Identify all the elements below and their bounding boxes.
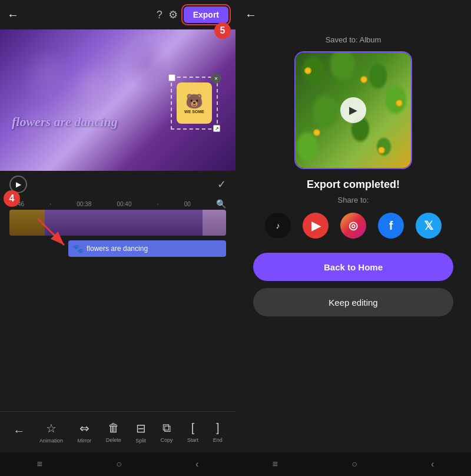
share-twitter-button[interactable]: 𝕏 xyxy=(416,213,442,239)
text-track[interactable]: 🐾 flowers are dancing xyxy=(68,240,226,257)
right-nav-home-icon[interactable]: ○ xyxy=(351,459,357,470)
time-marker-4: 00 xyxy=(184,201,191,207)
sticker-delete-handle[interactable]: × xyxy=(211,73,221,84)
header-right: ? ⚙ Export xyxy=(157,6,228,23)
tool-delete-label: Delete xyxy=(106,437,121,443)
tool-copy[interactable]: ⧉ Copy xyxy=(160,421,173,443)
tool-end-label: End xyxy=(213,437,223,443)
timeline-area: ▶ ✓ 01:46 · 00:38 00:40 · 00 🔍 xyxy=(0,171,236,411)
play-overlay[interactable]: ▶ xyxy=(340,97,366,123)
flower-dot-5 xyxy=(378,147,385,154)
export-completed-text: Export completed! xyxy=(307,178,400,191)
back-to-home-button[interactable]: Back to Home xyxy=(253,253,453,281)
text-track-area: 4 🐾 flowers are dancing xyxy=(9,240,226,257)
video-preview: flowers are dancing × 🐻 WE SOME ↗ xyxy=(0,29,236,171)
share-label: Share to: xyxy=(338,196,369,204)
tiktok-icon: ♪ xyxy=(276,221,280,230)
tool-back[interactable]: ← xyxy=(13,424,25,440)
tool-animation-label: Animation xyxy=(39,438,63,444)
tool-back-icon: ← xyxy=(13,424,25,438)
instagram-icon: ◎ xyxy=(349,219,358,232)
tool-start-icon: [ xyxy=(191,421,195,435)
share-youtube-button[interactable]: ▶ xyxy=(303,213,329,239)
back-button[interactable]: ← xyxy=(7,8,19,22)
tool-end-icon: ] xyxy=(216,421,220,435)
tool-delete[interactable]: 🗑 Delete xyxy=(106,421,121,443)
tool-copy-icon: ⧉ xyxy=(162,421,171,435)
right-header: ← xyxy=(236,0,471,29)
tool-mirror-label: Mirror xyxy=(78,438,92,444)
time-marker-dot2: · xyxy=(157,201,159,207)
share-instagram-button[interactable]: ◎ xyxy=(340,213,366,239)
red-arrow-svg xyxy=(32,216,79,251)
dancing-text-overlay: flowers are dancing xyxy=(12,114,118,130)
saved-label: Saved to: Album xyxy=(326,35,382,44)
export-button[interactable]: Export xyxy=(184,6,228,23)
sticker-handle-topleft[interactable] xyxy=(168,74,175,81)
sticker-label: WE SOME xyxy=(184,110,204,114)
tool-mirror[interactable]: ⇔ Mirror xyxy=(78,421,92,444)
tool-animation-icon: ☆ xyxy=(46,421,57,435)
ruler-marks: 01:46 · 00:38 00:40 · 00 🔍 xyxy=(9,199,226,209)
video-background: flowers are dancing × 🐻 WE SOME ↗ xyxy=(0,29,236,171)
sticker-emoji: 🐻 xyxy=(185,93,203,110)
tool-start-label: Start xyxy=(187,437,198,443)
share-tiktok-button[interactable]: ♪ xyxy=(265,213,291,239)
bottom-toolbar: ← ☆ Animation ⇔ Mirror 🗑 Delete ⊟ Split … xyxy=(0,411,236,452)
timeline-controls: ▶ ✓ xyxy=(0,171,236,198)
tool-split-label: Split xyxy=(135,438,146,444)
right-back-button[interactable]: ← xyxy=(245,8,257,22)
sticker-content: 🐻 WE SOME xyxy=(177,82,212,124)
left-header: ← ? ⚙ Export xyxy=(0,0,236,29)
flower-dot-3 xyxy=(396,100,403,107)
export-thumbnail[interactable]: ▶ xyxy=(294,51,412,169)
sticker-handle-bottomright[interactable]: ↗ xyxy=(213,125,220,132)
timeline-ruler: 01:46 · 00:38 00:40 · 00 🔍 xyxy=(0,198,236,210)
keep-editing-button[interactable]: Keep editing xyxy=(253,288,453,316)
time-marker-dot1: · xyxy=(49,201,51,207)
step-4-badge: 4 xyxy=(4,190,20,207)
timeline-wrapper: 4 🐾 flowers are dancing xyxy=(0,236,236,259)
tool-delete-icon: 🗑 xyxy=(108,421,120,435)
strip-segment-light xyxy=(203,210,226,236)
step-5-badge: 5 xyxy=(214,22,231,39)
help-icon[interactable]: ? xyxy=(157,9,162,21)
tool-copy-label: Copy xyxy=(160,437,173,443)
nav-home-icon[interactable]: ○ xyxy=(116,459,122,470)
text-track-label: flowers are dancing xyxy=(87,244,148,253)
time-marker-2: 00:38 xyxy=(77,201,91,207)
flower-dot-4 xyxy=(313,129,320,136)
twitter-icon: 𝕏 xyxy=(424,219,433,233)
zoom-icon[interactable]: 🔍 xyxy=(216,199,226,209)
checkmark-icon[interactable]: ✓ xyxy=(217,178,226,191)
tool-split[interactable]: ⊟ Split xyxy=(135,421,146,444)
facebook-icon: f xyxy=(389,219,393,233)
nav-back-icon[interactable]: ‹ xyxy=(195,459,198,470)
tool-start[interactable]: [ Start xyxy=(187,421,198,443)
nav-menu-icon[interactable]: ≡ xyxy=(37,459,42,470)
right-panel: ← Saved to: Album ▶ Export completed! Sh… xyxy=(236,0,471,476)
tool-animation[interactable]: ☆ Animation xyxy=(39,421,63,444)
time-marker-3: 00:40 xyxy=(117,201,131,207)
right-nav-menu-icon[interactable]: ≡ xyxy=(273,459,278,470)
tool-mirror-icon: ⇔ xyxy=(79,421,89,435)
tool-split-icon: ⊟ xyxy=(136,421,146,435)
settings-icon[interactable]: ⚙ xyxy=(168,8,178,21)
flower-dot-1 xyxy=(304,67,311,74)
right-nav-back-icon[interactable]: ‹ xyxy=(431,459,434,470)
svg-line-1 xyxy=(38,219,64,245)
right-nav-bar: ≡ ○ ‹ xyxy=(236,452,471,476)
share-icons: ♪ ▶ ◎ f 𝕏 xyxy=(265,213,442,239)
export-result: Saved to: Album ▶ Export completed! Shar… xyxy=(236,29,471,452)
tool-end[interactable]: ] End xyxy=(213,421,223,443)
sticker-selection-box[interactable]: × 🐻 WE SOME ↗ xyxy=(171,77,218,130)
youtube-icon: ▶ xyxy=(311,219,320,233)
share-facebook-button[interactable]: f xyxy=(378,213,404,239)
flower-dot-2 xyxy=(360,76,367,83)
left-panel: ← ? ⚙ Export 5 flowers are dancing × 🐻 W… xyxy=(0,0,236,476)
left-nav-bar: ≡ ○ ‹ xyxy=(0,452,236,476)
